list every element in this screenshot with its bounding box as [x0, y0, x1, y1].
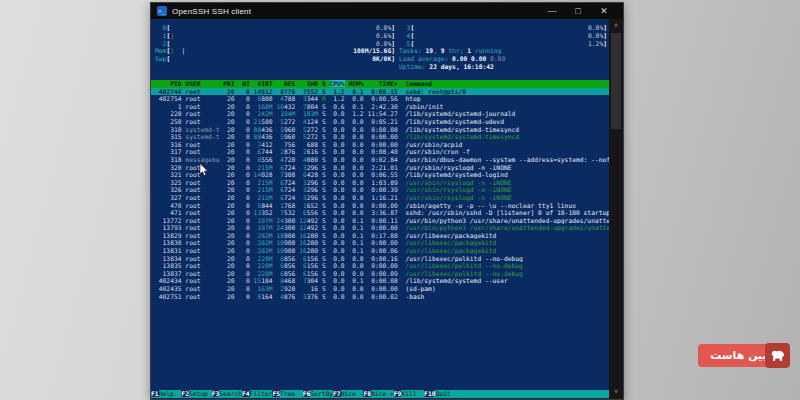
right-meter-3: 3[0.0%] [399, 24, 607, 32]
left-meter-1: 1[|0.6%] [155, 32, 395, 40]
process-row-470[interactable]: 470 root 20 0 5844 1768 1652 S 0.0 0.0 0… [151, 202, 609, 210]
fnkey-f8[interactable]: F8Nice + [363, 390, 393, 397]
fnkey-f9[interactable]: F9Kill [394, 390, 424, 397]
terminal-screen: 0[0.0%] 1[|0.6%] 2[0.0%]Mem[| |108M/15.6… [151, 19, 609, 399]
process-row-402434[interactable]: 402434 root 20 0 15184 8468 7304 S 0.0 0… [151, 277, 609, 285]
load-average-line: Load average: 0.00 0.00 0.00 [399, 55, 607, 63]
fnkey-f6[interactable]: F6SortBy [303, 390, 333, 397]
scroll-down-icon[interactable]: ˅ [609, 387, 623, 397]
process-row-310[interactable]: 310 systemd-t 20 0 88436 5960 5272 S 0.0… [151, 126, 609, 134]
process-row-13837[interactable]: 13837 root 20 0 228M 6856 6156 S 0.0 0.0… [151, 270, 609, 278]
column-header-pid[interactable]: PID [155, 80, 182, 87]
left-meter-mem: Mem[| |108M/15.6G] [155, 47, 395, 55]
process-row-316[interactable]: 316 root 20 0 7412 756 688 S 0.0 0.0 0:0… [151, 141, 609, 149]
column-header-pri[interactable]: PRI [223, 80, 234, 87]
function-key-bar: F1Help F2Setup F3SearchF4FilterF5Tree F6… [151, 390, 609, 398]
cpu-meters-right-and-stats: 3[0.0%] 4[0.0%] 5[1.2%]Tasks: 19, 9 thr;… [399, 24, 607, 71]
minimize-button[interactable]: — [539, 3, 565, 19]
scroll-thumb[interactable] [611, 33, 621, 129]
right-meter-5: 5[1.2%] [399, 40, 607, 48]
column-header-ni[interactable]: NI [238, 80, 249, 87]
title-bar[interactable]: OpenSSH SSH client — □ ✕ [151, 3, 623, 19]
left-meter-0: 0[0.0%] [155, 24, 395, 32]
column-header-res[interactable]: RES [276, 80, 295, 87]
process-row-402744[interactable]: 402744 root 20 0 14512 8776 7552 S 1.2 0… [151, 88, 609, 96]
right-meter-4: 4[0.0%] [399, 32, 607, 40]
cpu-memory-meters-left: 0[0.0%] 1[|0.6%] 2[0.0%]Mem[| |108M/15.6… [155, 24, 395, 63]
column-header-shr[interactable]: SHR [299, 80, 318, 87]
watermark-logo: مبین هاست [698, 344, 788, 367]
column-header-s[interactable]: S [322, 80, 326, 87]
process-row-13793[interactable]: 13793 root 20 0 107M 24300 12492 S 0.0 0… [151, 224, 609, 232]
scroll-up-icon[interactable]: ˄ [609, 21, 623, 31]
fnkey-f1[interactable]: F1Help [151, 390, 181, 397]
maximize-button[interactable]: □ [565, 3, 591, 19]
process-row-13835[interactable]: 13835 root 20 0 228M 6856 6156 S 0.0 0.0… [151, 262, 609, 270]
left-meter-swp: Swp[0K/0K] [155, 55, 395, 63]
column-header-virt[interactable]: VIRT [254, 80, 273, 87]
process-row-321[interactable]: 321 root 20 0 14028 7308 6428 S 0.0 0.0 … [151, 171, 609, 179]
process-row-402754[interactable]: 402754 root 20 0 8880 4788 3344 R 1.2 0.… [151, 95, 609, 103]
column-header-mem[interactable]: MEM% [348, 80, 363, 87]
process-row-13831[interactable]: 13831 root 20 0 282M 18908 16280 S 0.0 0… [151, 247, 609, 255]
process-row-318[interactable]: 318 messagebu 20 0 8556 4720 4080 S 0.0 … [151, 156, 609, 164]
process-row-402435[interactable]: 402435 root 20 0 163M 2920 16 S 0.0 0.0 … [151, 285, 609, 293]
fnkey-f2[interactable]: F2Setup [181, 390, 211, 397]
column-header-cmd[interactable]: Command [405, 80, 432, 87]
fnkey-f5[interactable]: F5Tree [272, 390, 302, 397]
fnkey-f4[interactable]: F4Filter [242, 390, 272, 397]
openssh-window: OpenSSH SSH client — □ ✕ 0[0.0%] 1[|0.6%… [150, 2, 624, 400]
process-row-13772[interactable]: 13772 root 20 0 107M 24300 12492 S 0.0 0… [151, 217, 609, 225]
process-row-471[interactable]: 471 root 20 0 13352 7532 6556 S 0.0 0.0 … [151, 209, 609, 217]
left-meter-2: 2[0.0%] [155, 40, 395, 48]
column-header-time[interactable]: TIME+ [367, 80, 397, 87]
uptime-line: Uptime: 22 days, 16:10:42 [399, 63, 607, 71]
column-header-user[interactable]: USER [185, 80, 219, 87]
scrollbar[interactable]: ˄ ˅ [609, 19, 623, 399]
process-table-header[interactable]: PID USER PRI NI VIRT RES SHR S CPU% MEM%… [151, 80, 609, 88]
fnkey-f7[interactable]: F7Nice - [333, 390, 363, 397]
process-row-250[interactable]: 250 root 20 0 21580 5272 4124 S 0.0 0.0 … [151, 118, 609, 126]
process-row-1[interactable]: 1 root 20 0 160M 10432 7804 S 0.6 0.1 2:… [151, 103, 609, 111]
process-row-402751[interactable]: 402751 root 20 0 8164 4876 3376 S 0.0 0.… [151, 293, 609, 301]
process-row-315[interactable]: 315 systemd-t 20 0 88436 5960 5272 S 0.0… [151, 133, 609, 141]
fnkey-f3[interactable]: F3Search [212, 390, 242, 397]
process-row-13829[interactable]: 13829 root 20 0 282M 18908 16280 S 0.0 0… [151, 232, 609, 240]
window-controls: — □ ✕ [539, 3, 617, 19]
fnkey-f10[interactable]: F10Quit [424, 390, 458, 397]
window-title: OpenSSH SSH client [172, 7, 251, 16]
process-row-325[interactable]: 325 root 20 0 215M 6724 3296 S 0.0 0.0 1… [151, 179, 609, 187]
process-row-13830[interactable]: 13830 root 20 0 282M 18908 16280 S 0.0 0… [151, 239, 609, 247]
process-row-320[interactable]: 320 root 20 0 215M 6724 3296 S 0.0 0.0 2… [151, 164, 609, 172]
tasks-line: Tasks: 19, 9 thr; 1 running [399, 47, 607, 55]
process-row-317[interactable]: 317 root 20 0 6744 2876 2616 S 0.0 0.0 0… [151, 148, 609, 156]
column-header-cpu[interactable]: CPU% [330, 80, 345, 87]
process-row-326[interactable]: 326 root 20 0 215M 6724 3296 S 0.0 0.0 0… [151, 186, 609, 194]
close-button[interactable]: ✕ [591, 3, 617, 19]
process-row-13834[interactable]: 13834 root 20 0 228M 6856 6156 S 0.0 0.0… [151, 255, 609, 263]
process-table: PID USER PRI NI VIRT RES SHR S CPU% MEM%… [151, 80, 609, 300]
elephant-logo-icon [765, 343, 790, 368]
process-row-228[interactable]: 228 root 20 0 242M 104M 103M S 0.0 1.2 1… [151, 110, 609, 118]
process-row-327[interactable]: 327 root 20 0 215M 6724 3296 S 0.0 0.0 1… [151, 194, 609, 202]
openssh-app-icon [157, 6, 167, 16]
